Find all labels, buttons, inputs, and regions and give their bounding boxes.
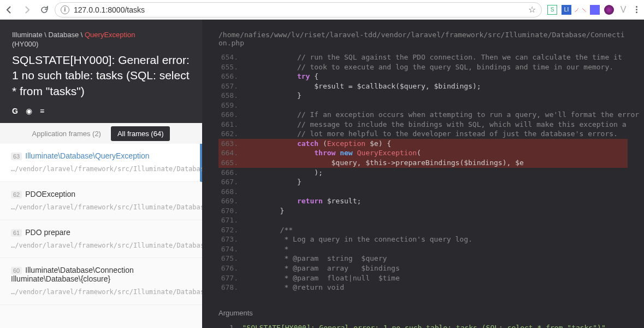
code-line: 675. * @param string $query xyxy=(218,254,628,263)
arguments-title: Arguments xyxy=(218,309,628,317)
code-line: 668. xyxy=(218,187,628,197)
code-line: 662. // lot more helpful to the develope… xyxy=(218,129,628,139)
address-bar[interactable]: i 127.0.0.1:8000/tasks ☆ xyxy=(55,2,542,17)
url-text: 127.0.0.1:8000/tasks xyxy=(74,5,145,14)
code-line: 656. try { xyxy=(218,72,628,81)
stack-frame[interactable]: 61PDO prepare …/vendor/laravel/framework… xyxy=(0,220,202,259)
code-line: 669. return $result; xyxy=(218,196,628,206)
code-line: 672. /** xyxy=(218,225,628,235)
reload-button[interactable] xyxy=(39,5,49,15)
stackoverflow-search-icon[interactable]: ≡ xyxy=(40,107,44,115)
google-search-icon[interactable]: G xyxy=(12,107,18,115)
search-tools: G ◉ ≡ xyxy=(12,107,190,115)
code-line: 664. throw new QueryException( xyxy=(218,148,628,158)
stack-frame[interactable]: 62PDOException …/vendor/laravel/framewor… xyxy=(0,182,202,220)
extension-icons: S LI ⟋⟍ V xyxy=(547,5,628,15)
error-code: (HY000) xyxy=(12,40,190,48)
code-line: 674. * xyxy=(218,244,628,254)
tab-all-frames[interactable]: All frames (64) xyxy=(111,126,170,141)
code-line: 671. xyxy=(218,215,628,225)
code-line: 654. // run the SQL against the PDO conn… xyxy=(218,52,628,62)
ext-icon-1[interactable]: S xyxy=(547,5,557,15)
code-line: 673. * Log a query in the connection's q… xyxy=(218,235,628,244)
argument-item: 1. "SQLSTATE[HY000]: General error: 1 no… xyxy=(218,324,628,328)
ext-icon-3[interactable]: ⟋⟍ xyxy=(576,5,586,15)
site-info-icon[interactable]: i xyxy=(61,5,69,14)
browser-menu-button[interactable] xyxy=(634,6,640,13)
exception-namespace: Illuminate \ Database \ QueryException xyxy=(12,31,190,39)
code-line: 663. catch (Exception $e) { xyxy=(218,139,628,149)
code-line: 657. $result = $callback($query, $bindin… xyxy=(218,81,628,91)
duck-search-icon[interactable]: ◉ xyxy=(26,107,32,115)
ext-icon-4[interactable] xyxy=(590,5,600,15)
code-block: 654. // run the SQL against the PDO conn… xyxy=(202,52,644,292)
ext-icon-5[interactable] xyxy=(604,5,614,15)
ext-icon-2[interactable]: LI xyxy=(562,5,571,15)
error-header: Illuminate \ Database \ QueryException (… xyxy=(0,20,202,123)
bookmark-star-icon[interactable]: ☆ xyxy=(528,4,536,15)
code-line: 670. } xyxy=(218,206,628,216)
code-line: 658. } xyxy=(218,91,628,101)
code-line: 665. $query, $this->prepareBindings($bin… xyxy=(218,158,628,168)
code-line: 676. * @param array $bindings xyxy=(218,263,628,273)
frames-list: 63Illuminate\Database\QueryException …/v… xyxy=(0,144,202,328)
back-button[interactable] xyxy=(4,5,14,15)
ext-icon-6[interactable]: V xyxy=(618,5,628,15)
code-line: 661. // message to include the bindings … xyxy=(218,120,628,130)
code-line: 667. } xyxy=(218,177,628,187)
file-path: /home/nafies/www/lv/riset/laravel-tdd/ve… xyxy=(202,20,644,52)
code-line: 655. // took to execute and log the quer… xyxy=(218,62,628,72)
code-line: 677. * @param float|null $time xyxy=(218,273,628,283)
forward-button[interactable] xyxy=(22,5,32,15)
stack-frame[interactable]: 60Illuminate\Database\Connection Illumin… xyxy=(0,258,202,305)
arguments-section: Arguments 1. "SQLSTATE[HY000]: General e… xyxy=(202,300,644,328)
frame-tabs: Application frames (2) All frames (64) xyxy=(0,123,202,144)
code-line: 660. // If an exception occurs when atte… xyxy=(218,110,628,120)
tab-application-frames[interactable]: Application frames (2) xyxy=(32,130,101,138)
error-message: SQLSTATE[HY000]: General error: 1 no suc… xyxy=(12,52,190,99)
stack-frame[interactable]: 63Illuminate\Database\QueryException …/v… xyxy=(0,144,202,182)
browser-toolbar: i 127.0.0.1:8000/tasks ☆ S LI ⟋⟍ V xyxy=(0,0,644,20)
code-line: 666. ); xyxy=(218,168,628,178)
code-line: 678. * @return void xyxy=(218,283,628,292)
code-line: 659. xyxy=(218,101,628,110)
